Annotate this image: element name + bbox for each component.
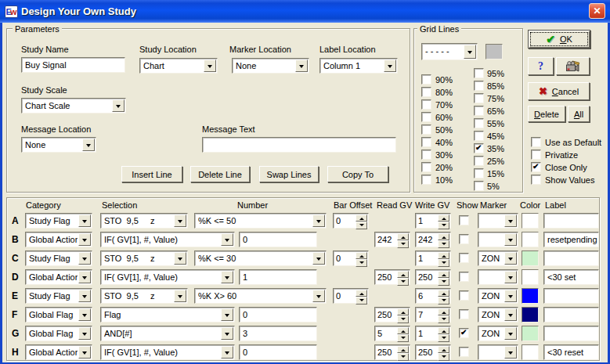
spinner-down-icon[interactable] bbox=[438, 353, 449, 361]
study-location-select[interactable]: Chart bbox=[139, 58, 218, 74]
dropdown-arrow-icon[interactable] bbox=[464, 45, 476, 59]
color-swatch-G[interactable] bbox=[522, 326, 539, 341]
option-checkbox-show-values[interactable] bbox=[531, 175, 541, 185]
dropdown-arrow-icon[interactable] bbox=[384, 59, 396, 72]
show-checkbox-F[interactable] bbox=[459, 309, 469, 319]
marker-select-B[interactable] bbox=[478, 232, 518, 247]
read-gv-spinner-D[interactable]: 250 bbox=[374, 269, 410, 285]
color-swatch-F[interactable] bbox=[522, 307, 539, 323]
color-swatch-C[interactable] bbox=[522, 250, 539, 266]
spinner-up-icon[interactable] bbox=[356, 214, 367, 222]
dropdown-arrow-icon[interactable] bbox=[504, 327, 517, 340]
write-gv-spinner-E[interactable]: 6 bbox=[415, 288, 451, 304]
bar-offset-spinner-E[interactable]: 0 bbox=[333, 288, 369, 304]
spinner-up-icon[interactable] bbox=[397, 346, 409, 353]
gridline-checkbox-60%[interactable] bbox=[421, 112, 431, 122]
marker-select-H[interactable] bbox=[478, 344, 518, 360]
spinner-up-icon[interactable] bbox=[356, 252, 367, 259]
read-gv-spinner-H[interactable]: 250 bbox=[374, 344, 410, 360]
number-input-G[interactable]: 3 bbox=[239, 326, 317, 341]
dropdown-arrow-icon[interactable] bbox=[221, 346, 233, 359]
write-gv-spinner-D[interactable]: 250 bbox=[415, 269, 451, 285]
marker-select-F[interactable]: ZON bbox=[478, 307, 518, 323]
spinner-down-icon[interactable] bbox=[438, 278, 449, 286]
category-select-A[interactable]: Study Flag bbox=[25, 213, 92, 229]
gridline-checkbox-75%[interactable] bbox=[474, 93, 484, 103]
category-select-H[interactable]: Global Action bbox=[25, 344, 92, 360]
spinner-down-icon[interactable] bbox=[356, 222, 367, 229]
show-checkbox-A[interactable] bbox=[459, 215, 469, 225]
write-gv-spinner-B[interactable]: 242 bbox=[415, 232, 451, 247]
spinner-down-icon[interactable] bbox=[356, 259, 367, 267]
read-gv-spinner-B[interactable]: 242 bbox=[374, 232, 410, 247]
spinner-up-icon[interactable] bbox=[397, 233, 409, 240]
ok-button[interactable]: ✔ OK bbox=[528, 30, 590, 49]
selection-select-G[interactable]: AND[#] bbox=[100, 326, 235, 341]
dropdown-arrow-icon[interactable] bbox=[174, 252, 186, 265]
bar-offset-spinner-C[interactable]: 0 bbox=[333, 250, 369, 266]
bar-offset-spinner-A[interactable]: 0 bbox=[333, 213, 369, 229]
category-select-D[interactable]: Global Action bbox=[25, 269, 92, 285]
close-button[interactable]: ✕ bbox=[589, 3, 605, 19]
number-input-H[interactable]: 0 bbox=[239, 344, 317, 360]
dropdown-arrow-icon[interactable] bbox=[504, 252, 517, 265]
spinner-down-icon[interactable] bbox=[397, 315, 409, 323]
selection-select-D[interactable]: IF( GV[1], #, Value) bbox=[100, 269, 235, 285]
gridline-checkbox-55%[interactable] bbox=[474, 118, 484, 128]
number-select-E[interactable]: %K X> 60 bbox=[194, 288, 327, 304]
selection-select-E[interactable]: STO 9,5 z bbox=[100, 288, 188, 304]
delete-line-button[interactable]: Delete Line bbox=[190, 166, 250, 182]
label-input-F[interactable] bbox=[543, 307, 599, 323]
write-gv-spinner-A[interactable]: 1 bbox=[415, 213, 451, 229]
dropdown-arrow-icon[interactable] bbox=[312, 214, 325, 227]
show-checkbox-B[interactable] bbox=[459, 234, 469, 244]
gridline-checkbox-5%[interactable] bbox=[474, 181, 484, 191]
spinner-up-icon[interactable] bbox=[438, 271, 449, 278]
category-select-B[interactable]: Global Action bbox=[25, 232, 92, 247]
number-input-B[interactable]: 0 bbox=[239, 232, 317, 247]
gridline-checkbox-65%[interactable] bbox=[474, 106, 484, 116]
write-gv-spinner-G[interactable]: 1 bbox=[415, 326, 451, 341]
number-input-F[interactable]: 0 bbox=[239, 307, 317, 323]
show-checkbox-D[interactable] bbox=[459, 272, 469, 282]
gridline-checkbox-50%[interactable] bbox=[421, 124, 431, 135]
label-input-A[interactable] bbox=[543, 213, 599, 229]
dropdown-arrow-icon[interactable] bbox=[221, 271, 233, 283]
number-select-A[interactable]: %K <= 50 bbox=[194, 213, 327, 229]
spinner-down-icon[interactable] bbox=[397, 240, 409, 248]
selection-select-C[interactable]: STO 9,5 z bbox=[100, 250, 188, 266]
help-button[interactable]: ? bbox=[528, 57, 554, 75]
gridline-checkbox-90%[interactable] bbox=[421, 74, 431, 85]
write-gv-spinner-C[interactable]: 1 bbox=[415, 250, 451, 266]
gridline-checkbox-85%[interactable] bbox=[474, 81, 484, 91]
copy-to-button[interactable]: Copy To bbox=[327, 166, 388, 182]
title-bar[interactable]: Ew Design Your Own Study ✕ bbox=[0, 0, 610, 23]
spinner-up-icon[interactable] bbox=[397, 271, 409, 278]
selection-select-B[interactable]: IF( GV[1], #, Value) bbox=[100, 232, 235, 247]
dropdown-arrow-icon[interactable] bbox=[221, 233, 233, 246]
dropdown-arrow-icon[interactable] bbox=[78, 346, 91, 359]
label-location-select[interactable]: Column 1 bbox=[319, 58, 398, 74]
dropdown-arrow-icon[interactable] bbox=[221, 308, 233, 321]
gridline-checkbox-45%[interactable] bbox=[474, 131, 484, 141]
label-input-C[interactable] bbox=[543, 250, 599, 266]
swap-lines-button[interactable]: Swap Lines bbox=[259, 166, 319, 182]
dropdown-arrow-icon[interactable] bbox=[504, 308, 517, 321]
option-checkbox-use-as-default[interactable] bbox=[531, 137, 541, 147]
dropdown-arrow-icon[interactable] bbox=[204, 59, 216, 72]
dropdown-arrow-icon[interactable] bbox=[312, 252, 325, 265]
spinner-down-icon[interactable] bbox=[438, 297, 449, 305]
show-checkbox-H[interactable] bbox=[459, 347, 469, 357]
dropdown-arrow-icon[interactable] bbox=[78, 271, 91, 283]
option-checkbox-privatize[interactable] bbox=[531, 150, 541, 160]
selection-select-A[interactable]: STO 9,5 z bbox=[100, 213, 188, 229]
gridline-checkbox-15%[interactable] bbox=[474, 168, 484, 178]
number-input-D[interactable]: 1 bbox=[239, 269, 317, 285]
dropdown-arrow-icon[interactable] bbox=[504, 290, 517, 302]
gridline-checkbox-95%[interactable] bbox=[474, 68, 484, 78]
dropdown-arrow-icon[interactable] bbox=[78, 214, 91, 227]
dropdown-arrow-icon[interactable] bbox=[221, 327, 233, 340]
color-swatch-E[interactable] bbox=[522, 288, 539, 304]
gridline-checkbox-40%[interactable] bbox=[421, 137, 431, 147]
spinner-down-icon[interactable] bbox=[356, 297, 367, 305]
